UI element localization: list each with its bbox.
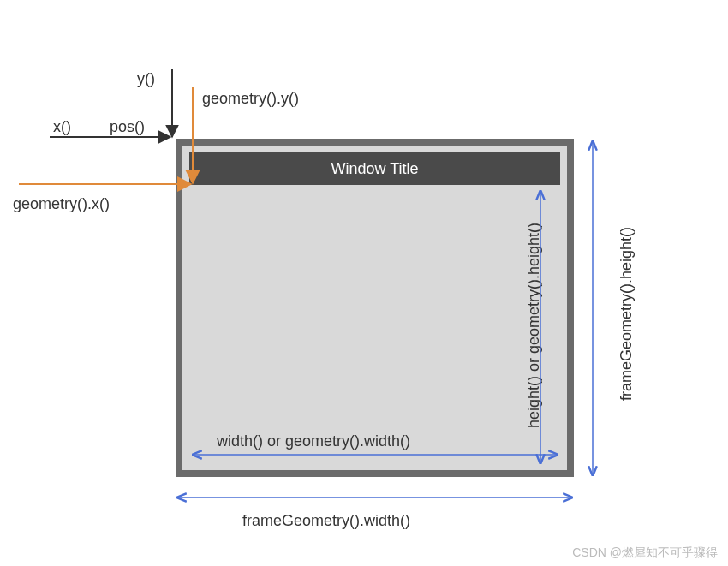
label-pos: pos() bbox=[110, 118, 145, 136]
label-geometry-x: geometry().x() bbox=[13, 195, 110, 213]
window-title-bar: Window Title bbox=[189, 152, 560, 185]
label-frame-height: frameGeometry().height() bbox=[618, 227, 636, 401]
label-geometry-y: geometry().y() bbox=[202, 90, 299, 108]
label-x: x() bbox=[53, 118, 71, 136]
label-y: y() bbox=[137, 70, 155, 88]
window-client-area bbox=[189, 188, 560, 463]
watermark-text: CSDN @燃犀知不可乎骤得 bbox=[572, 545, 718, 561]
window-title-text: Window Title bbox=[331, 160, 418, 178]
label-height: height() or geometry().height() bbox=[525, 223, 543, 428]
label-frame-width: frameGeometry().width() bbox=[242, 512, 410, 530]
label-width: width() or geometry().width() bbox=[217, 432, 410, 450]
window-frame: Window Title bbox=[176, 139, 574, 477]
